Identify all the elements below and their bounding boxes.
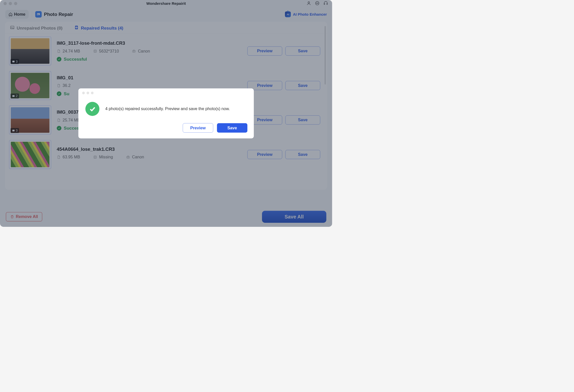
success-check-icon (85, 102, 100, 116)
dialog-message: 4 photo(s) repaired successfully. Previe… (105, 107, 230, 111)
dialog-save-button[interactable]: Save (217, 123, 247, 133)
dialog-preview-button[interactable]: Preview (183, 123, 213, 133)
dialog-zoom-control[interactable] (91, 92, 93, 94)
app-window: Wondershare Repairit Home Photo Repair A… (0, 0, 332, 227)
modal-overlay: 4 photo(s) repaired successfully. Previe… (0, 0, 332, 227)
success-dialog: 4 photo(s) repaired successfully. Previe… (78, 88, 254, 138)
dialog-close-control[interactable] (82, 92, 85, 94)
dialog-window-controls (78, 88, 254, 97)
dialog-actions: Preview Save (78, 123, 254, 133)
dialog-body: 4 photo(s) repaired successfully. Previe… (78, 97, 254, 123)
dialog-minimize-control[interactable] (87, 92, 89, 94)
